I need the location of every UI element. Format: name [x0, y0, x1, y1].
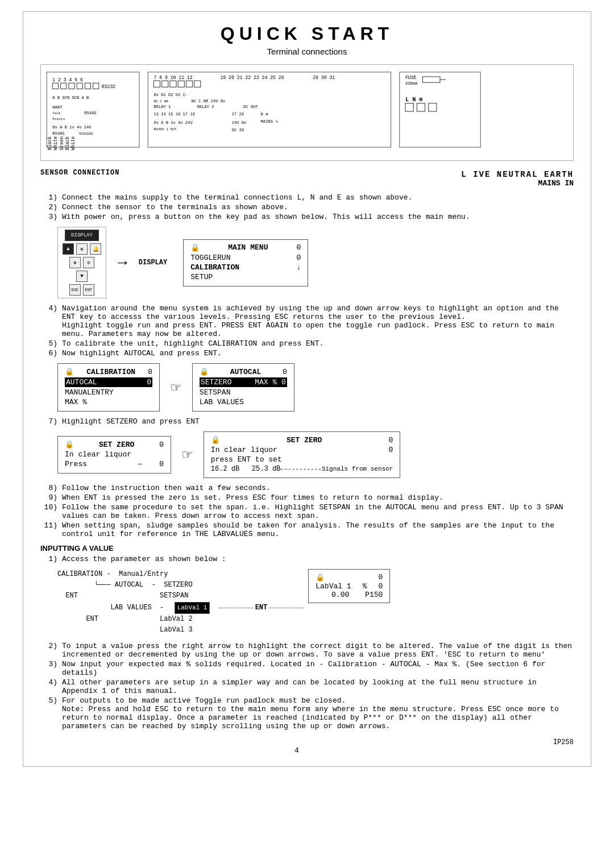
steps-4-6: 4) Navigation around the menu system is … [40, 304, 574, 358]
finger-arrow-2: ☞ [182, 445, 192, 464]
step-7: 7) Highlight SETZERO and press ENT [40, 417, 574, 426]
mains-in-label: MAINS IN [461, 179, 574, 188]
svg-text:MC  C  NR: MC C NR [154, 99, 168, 103]
svg-text:Black: Black [47, 136, 52, 151]
inputting-step-3: 3) Now input your expected max % solids … [40, 660, 574, 677]
inputting-step-2: 2) To input a value press the right arro… [40, 642, 574, 659]
svg-text:TRIGGER: TRIGGER [78, 132, 93, 136]
svg-text:Points: Points [52, 117, 65, 121]
key-btn[interactable]: ▲ [63, 243, 74, 255]
togglerun-row: TOGGLERUN 0 [190, 254, 301, 262]
maxpct-row: MAX % [65, 398, 152, 406]
autocal-highlighted-row: AUTOCAL 0 [65, 377, 152, 387]
sensor-label: SENSOR CONNECTION [40, 169, 119, 188]
cal-tree: CALIBRATION - Manual/Entry └─── AUTOCAL … [57, 569, 304, 636]
setzero-highlighted-row: SETZERO MAX % 0 [200, 377, 287, 387]
setzero-title-2: 🔒 SET ZERO 0 [211, 435, 393, 445]
svg-text:NC  C  NR  24V  0v: NC C NR 24V 0v [192, 99, 226, 103]
labvalues-row: LAB VALUES [200, 398, 287, 406]
esc-btn[interactable]: ESC [69, 284, 81, 296]
svg-rect-54 [429, 103, 437, 111]
page-title: QUICK START [40, 23, 574, 44]
doc-number: IP258 [553, 738, 574, 753]
svg-text:MAINS ∿: MAINS ∿ [261, 119, 279, 124]
setzero-panel-2: 🔒 SET ZERO 0 In clear liquor 0 press ENT… [204, 431, 400, 478]
key-btn[interactable]: ▼ [76, 271, 88, 282]
svg-rect-49 [422, 77, 440, 82]
db-values-row: 16.2 dB 25.3 dB ←----------Signals from … [211, 465, 393, 473]
step-3: 3) With power on, press a button on the … [40, 213, 574, 221]
subtitle: Terminal connections [40, 47, 574, 56]
autocal-panel: 🔒 AUTOCAL 0 SETZERO MAX % 0 SETSPAN LAB … [192, 363, 294, 412]
page-number: 4 [294, 746, 299, 755]
svg-text:DC OUT: DC OUT [243, 105, 258, 109]
svg-rect-26 [154, 81, 160, 87]
setzero-title-1: 🔒 SET ZERO 0 [65, 440, 164, 449]
svg-text:19 20 21  22 23 24  25 26: 19 20 21 22 23 24 25 26 [220, 75, 284, 80]
arrow-right-icon: → [118, 254, 127, 272]
key-btn[interactable]: 🔔 [90, 243, 101, 255]
inputting-section: INPUTTING A VALUE 1) Access the paramete… [40, 544, 574, 563]
key-btn[interactable]: ⊕ [69, 257, 81, 268]
svg-text:N  ⊕: N ⊕ [261, 112, 268, 117]
step-10: 10) Follow the same procedure to set the… [40, 503, 574, 520]
key-btn[interactable]: ⊕ [76, 243, 88, 255]
step-8: 8) Follow the instruction then wait a fe… [40, 484, 574, 492]
svg-rect-28 [170, 81, 176, 87]
setup-row: SETUP [190, 273, 301, 281]
svg-text:RS485: RS485 [52, 131, 64, 136]
ent-btn[interactable]: ENT [83, 284, 94, 296]
inputting-step-1: 1) Access the parameter as shown below : [40, 555, 574, 563]
inputting-steps-2-5: 2) To input a value press the right arro… [40, 642, 574, 730]
autocal-panel-title: 🔒 AUTOCAL 0 [200, 367, 287, 376]
svg-text:0v A B 1v 4v 24V: 0v A B 1v 4v 24V [52, 125, 92, 130]
setspan-row: SETSPAN [200, 388, 287, 397]
step-1: 1) Connect the mains supply to the termi… [40, 193, 574, 202]
svg-rect-27 [162, 81, 168, 87]
svg-text:RS232: RS232 [102, 84, 116, 89]
svg-rect-53 [417, 103, 425, 111]
svg-text:RELAY 2: RELAY 2 [197, 105, 214, 109]
svg-rect-4 [69, 83, 74, 89]
press-ent-row: press ENT to set [211, 455, 393, 464]
svg-text:L   N   ⊕: L N ⊕ [405, 97, 423, 103]
svg-text:White: White [53, 136, 58, 151]
step-6: 6) Now highlight AUTOCAL and press ENT. [40, 349, 574, 358]
svg-text:FUSE: FUSE [405, 75, 417, 80]
display-label: DISPLAY [139, 259, 167, 267]
svg-text:27  28: 27 28 [232, 112, 244, 117]
live-neutral-label: L IVE NEUTRAL EARTH [461, 170, 574, 179]
svg-text:1  2  3  4  5  6: 1 2 3 4 5 6 [52, 77, 83, 82]
svg-rect-5 [77, 83, 82, 89]
press-row: Press → 0 [65, 460, 164, 468]
cal-autocal-row: 🔒 CALIBRATION 0 AUTOCAL 0 MANUALENTRY MA… [57, 363, 574, 412]
labval-row-1: LabVal 1 % 0 [316, 582, 383, 591]
step-7-block: 7) Highlight SETZERO and press ENT [40, 417, 574, 426]
svg-rect-30 [186, 81, 192, 87]
svg-text:24V  0v: 24V 0v [232, 121, 247, 125]
step-5: 5) To calibrate the unit, highlight CALI… [40, 339, 574, 348]
terminal-diagram: 1 2 3 4 5 6 A B SCN SCB A B RS232 HART T… [40, 64, 574, 161]
key-btn[interactable]: ⊙ [83, 257, 94, 268]
calibration-panel: 🔒 CALIBRATION 0 AUTOCAL 0 MANUALENTRY MA… [57, 363, 160, 412]
labval1-highlight: LabVal 1 [175, 602, 210, 614]
step-2: 2) Connect the sensor to the terminals a… [40, 203, 574, 211]
hand-icon: ☞ [171, 378, 181, 397]
in-clear-liquor-row-2: In clear liquor 0 [211, 446, 393, 454]
inputting-label: INPUTTING A VALUE [40, 544, 574, 553]
keypad-illustration: DISPLAY ▲ ⊕ 🔔 ⊕ ⊙ ▼ ESC ENT [57, 227, 106, 298]
svg-text:Green: Green [59, 136, 64, 151]
svg-rect-52 [405, 103, 413, 111]
lock-icon: 🔒 [190, 243, 200, 252]
labval-row-2: 0.00 P150 [316, 591, 383, 599]
manualentry-row: MANUALENTRY [65, 388, 152, 397]
svg-text:RS485       1  OUT: RS485 1 OUT [154, 127, 177, 131]
setzero-panels-row: 🔒 SET ZERO 0 In clear liquor Press → 0 ☞… [57, 431, 574, 478]
cal-panel-title: 🔒 CALIBRATION 0 [65, 367, 152, 376]
cal-flow: CALIBRATION - Manual/Entry └─── AUTOCAL … [57, 569, 574, 636]
step-9: 9) When ENT is pressed the zero is set. … [40, 493, 574, 502]
svg-text:Black: Black [65, 136, 70, 151]
svg-text:Test: Test [52, 111, 61, 115]
setzero-panel-1: 🔒 SET ZERO 0 In clear liquor Press → 0 [57, 436, 171, 474]
svg-rect-6 [85, 83, 90, 89]
